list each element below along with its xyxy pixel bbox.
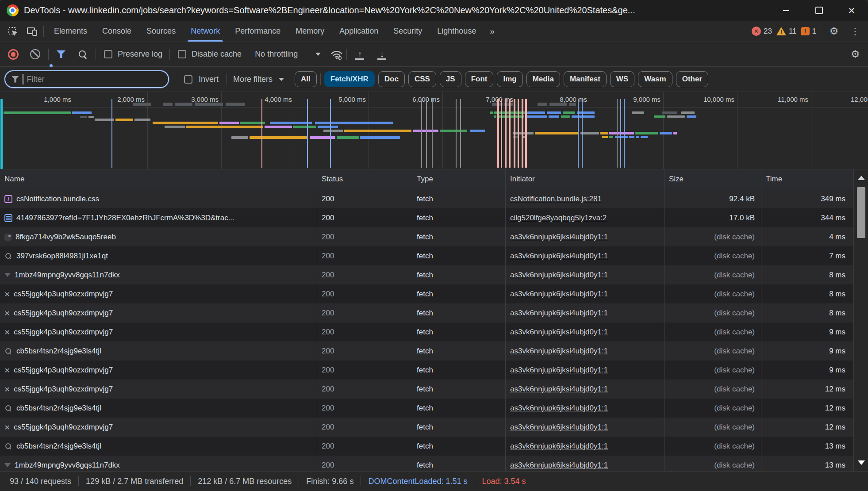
waterfall-bar [186,126,263,128]
initiator-link[interactable]: as3vk6nnjupk6jksi4ubjd0y1:1 [510,385,608,394]
warnings-badge[interactable]: 11 [776,27,797,36]
filter-chip-media[interactable]: Media [526,71,560,87]
initiator-link[interactable]: as3vk6nnjupk6jksi4ubjd0y1:1 [510,271,608,280]
scroll-up-icon[interactable] [858,176,865,180]
column-header-time[interactable]: Time [761,169,854,189]
issues-badge[interactable]: ! 1 [801,27,816,36]
search-network-button[interactable] [78,50,88,59]
filter-chip-other[interactable]: Other [676,71,708,87]
initiator-link[interactable]: as3vk6nnjupk6jksi4ubjd0y1:1 [510,404,608,413]
network-request-row[interactable]: 1mbz49mpng9yvv8gqs11n7dkx200fetchas3vk6n… [0,456,868,471]
chevron-down-icon [315,53,321,56]
disable-cache-checkbox[interactable] [178,50,186,58]
filter-chip-css[interactable]: CSS [408,71,436,87]
request-name: cb5bsr4tsn2r4sjg9e3ls4tjl [16,347,101,356]
settings-gear-icon[interactable]: ⚙ [826,23,842,39]
request-type: fetch [412,284,506,303]
filter-chip-doc[interactable]: Doc [378,71,405,87]
preserve-log-checkbox[interactable] [104,50,112,58]
initiator-link[interactable]: as3vk6nnjupk6jksi4ubjd0y1:1 [510,233,608,242]
minimize-button[interactable] [770,0,803,21]
errors-badge[interactable]: ✕ 23 [752,27,772,36]
column-header-name[interactable]: Name [0,169,317,189]
network-request-row[interactable]: 8fkga714vy9b2wk5auqo5reeb200fetchas3vk6n… [0,227,868,246]
initiator-link[interactable]: as3vk6nnjupk6jksi4ubjd0y1:1 [510,347,608,356]
network-request-row[interactable]: 397vrsk6op88l4981ji1xe1qt200fetchas3vk6n… [0,246,868,265]
network-request-row[interactable]: ×cs55jggk4p3uqh9ozxdmpvjg7200fetchas3vk6… [0,380,868,399]
inspect-element-icon[interactable] [4,23,21,39]
filter-toggle-button[interactable] [52,50,70,58]
tab-memory[interactable]: Memory [288,21,332,42]
network-request-row[interactable]: 1mbz49mpng9yvv8gqs11n7dkx200fetchas3vk6n… [0,265,868,284]
error-icon: ✕ [752,27,761,36]
initiator-link[interactable]: as3vk6nnjupk6jksi4ubjd0y1:1 [510,309,608,318]
more-tabs-button[interactable]: » [484,21,500,42]
column-header-status[interactable]: Status [317,169,412,189]
initiator-link[interactable]: as3vk6nnjupk6jksi4ubjd0y1:1 [510,252,608,261]
close-button[interactable]: ✕ [835,0,868,21]
filter-placeholder: Filter [27,75,45,84]
initiator-link[interactable]: as3vk6nnjupk6jksi4ubjd0y1:1 [510,366,608,375]
vertical-scrollbar[interactable] [854,169,868,471]
network-request-row[interactable]: cb5bsr4tsn2r4sjg9e3ls4tjl200fetchas3vk6n… [0,437,868,456]
clear-network-log-button[interactable] [30,49,40,59]
tab-performance[interactable]: Performance [227,21,288,42]
network-request-row[interactable]: /csNotification.bundle.css200fetchcsNoti… [0,189,868,208]
filter-chip-wasm[interactable]: Wasm [638,71,672,87]
request-name-cell: ×cs55jggk4p3uqh9ozxdmpvjg7 [0,361,317,380]
waterfall-bar [535,132,579,134]
filter-chip-font[interactable]: Font [465,71,494,87]
more-filters-dropdown[interactable]: More filters [233,75,284,84]
device-toolbar-icon[interactable] [24,23,41,39]
column-header-type[interactable]: Type [412,169,506,189]
tab-lighthouse[interactable]: Lighthouse [430,21,484,42]
timeline-tick-label: 7,000 ms [442,96,513,103]
scroll-down-icon[interactable] [858,460,865,465]
initiator-link[interactable]: cilg520lfge8yaqbqg5ly1zva:2 [510,214,607,222]
filter-chip-ws[interactable]: WS [610,71,634,87]
initiator-link[interactable]: as3vk6nnjupk6jksi4ubjd0y1:1 [510,328,608,337]
network-request-row[interactable]: ×cs55jggk4p3uqh9ozxdmpvjg7200fetchas3vk6… [0,322,868,341]
network-request-row[interactable]: cb5bsr4tsn2r4sjg9e3ls4tjl200fetchas3vk6n… [0,341,868,361]
network-settings-gear-icon[interactable]: ⚙ [847,46,864,62]
invert-checkbox[interactable] [184,75,192,84]
tab-security[interactable]: Security [386,21,430,42]
initiator-link[interactable]: as3vk6nnjupk6jksi4ubjd0y1:1 [510,442,608,451]
tab-network[interactable]: Network [183,21,227,42]
network-conditions-icon[interactable] [330,49,343,60]
filter-chip-fetch-xhr[interactable]: Fetch/XHR [324,71,375,87]
import-har-icon[interactable]: ↑ [354,49,365,60]
initiator-link[interactable]: csNotification.bundle.js:281 [510,195,602,203]
initiator-link[interactable]: as3vk6nnjupk6jksi4ubjd0y1:1 [510,423,608,432]
throttling-dropdown[interactable]: No throttling [255,50,321,59]
export-har-icon[interactable]: ↓ [376,49,388,60]
column-header-size[interactable]: Size [664,169,761,189]
filter-chip-js[interactable]: JS [440,71,461,87]
tab-elements[interactable]: Elements [46,21,95,42]
network-request-row[interactable]: cb5bsr4tsn2r4sjg9e3ls4tjl200fetchas3vk6n… [0,399,868,418]
tab-console[interactable]: Console [95,21,139,42]
filter-chip-all[interactable]: All [295,71,317,87]
network-request-row[interactable]: 4149786397?refId=7F1JYh28EX0ehzRhJFcrmA%… [0,208,868,227]
request-time: 4 ms [761,227,854,246]
request-size: 92.4 kB [664,189,761,208]
tab-sources[interactable]: Sources [139,21,183,42]
column-header-initiator[interactable]: Initiator [506,169,664,189]
request-initiator-cell: as3vk6nnjupk6jksi4ubjd0y1:1 [506,399,664,418]
initiator-link[interactable]: as3vk6nnjupk6jksi4ubjd0y1:1 [510,290,608,299]
scrollbar-thumb[interactable] [857,187,865,238]
filter-chip-img[interactable]: Img [497,71,522,87]
initiator-link[interactable]: as3vk6nnjupk6jksi4ubjd0y1:1 [510,461,608,470]
tab-application[interactable]: Application [332,21,386,42]
network-request-row[interactable]: ×cs55jggk4p3uqh9ozxdmpvjg7200fetchas3vk6… [0,303,868,322]
network-request-row[interactable]: ×cs55jggk4p3uqh9ozxdmpvjg7200fetchas3vk6… [0,418,868,437]
network-request-row[interactable]: ×cs55jggk4p3uqh9ozxdmpvjg7200fetchas3vk6… [0,361,868,380]
record-network-log-button[interactable] [8,49,19,60]
waterfall-bar [163,103,173,106]
customize-menu-icon[interactable]: ⋮ [847,23,864,39]
filter-chip-manifest[interactable]: Manifest [564,71,607,87]
network-overview-timeline[interactable]: 1,000 ms2,000 ms3,000 ms4,000 ms5,000 ms… [0,92,868,169]
maximize-button[interactable] [803,0,835,21]
filter-input[interactable]: Filter [4,70,169,88]
network-request-row[interactable]: ×cs55jggk4p3uqh9ozxdmpvjg7200fetchas3vk6… [0,284,868,303]
